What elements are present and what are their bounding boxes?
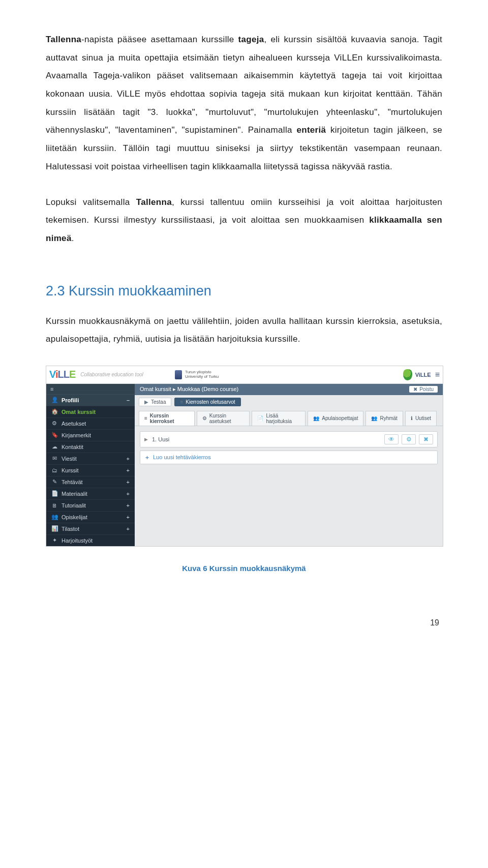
tab-row: ≡Kurssin kierrokset⚙Kurssin asetukset📄Li… (135, 409, 443, 426)
tab-icon: ⚙ (202, 415, 207, 421)
sidebar-item-label: Kurssit (62, 467, 79, 473)
sidebar-item[interactable]: 📄Materiaalit+ (46, 488, 135, 499)
add-round-label: Luo uusi tehtäväkierros (153, 454, 211, 460)
add-round-button[interactable]: ＋ Luo uusi tehtäväkierros (140, 451, 438, 464)
expand-plus-icon[interactable]: + (127, 467, 130, 473)
row-action-icon[interactable]: 👁 (384, 434, 399, 444)
sidebar-item[interactable]: 🏠Omat kurssit (46, 406, 135, 417)
sidebar-item-icon: ⚙ (51, 420, 57, 427)
close-icon: ✖ (413, 386, 417, 392)
tab[interactable]: ℹUutiset (405, 411, 437, 426)
tab[interactable]: 👥Apulaisopettajat (308, 411, 363, 426)
expand-plus-icon[interactable]: + (127, 514, 130, 520)
action-button[interactable]: ▶Testaa (139, 398, 171, 406)
exit-label: Poistu (419, 386, 434, 392)
sidebar: ≡👤Profiili–🏠Omat kurssit⚙Asetukset🔖Kirja… (46, 384, 135, 546)
round-row[interactable]: ▶ 1. Uusi 👁⚙✖ (140, 431, 438, 447)
ville-mark-text: ViLLE (415, 372, 431, 378)
sidebar-item-label: Profiili (62, 397, 79, 403)
ville-blob-icon (403, 369, 412, 380)
tab-label: Uutiset (415, 415, 431, 421)
action-buttons: ▶Testaa≡Kierrosten oletusarvot (135, 395, 443, 409)
sidebar-item-label: Opiskelijat (62, 514, 87, 520)
torch-icon (175, 370, 182, 379)
breadcrumb-bar: Omat kurssit ▸ Muokkaa (Demo course) ✖ P… (135, 384, 443, 395)
sidebar-item-label: Kontaktit (62, 444, 83, 450)
university-badge: Turun yliopisto University of Turku (175, 370, 219, 379)
ville-logo: ViLLE (49, 369, 75, 380)
expand-plus-icon[interactable]: + (127, 456, 130, 462)
sidebar-item-icon: 🏠 (51, 408, 57, 415)
content-area: ▶ 1. Uusi 👁⚙✖ ＋ Luo uusi tehtäväkierros (135, 426, 443, 469)
uni-line2: University of Turku (185, 375, 219, 379)
collapse-minus-icon[interactable]: – (127, 397, 130, 403)
sidebar-item[interactable]: ☁Kontaktit (46, 441, 135, 453)
sidebar-item[interactable]: 👤Profiili– (46, 394, 135, 406)
sidebar-item-label: Kirjanmerkit (62, 432, 91, 438)
expand-plus-icon[interactable]: + (127, 491, 130, 497)
button-icon: ▶ (144, 399, 148, 405)
sidebar-item-label: Tehtävät (62, 479, 83, 485)
sidebar-hamburger[interactable]: ≡ (46, 384, 135, 394)
tab-icon: 👥 (371, 415, 377, 421)
expand-icon[interactable]: ▶ (144, 437, 148, 442)
exit-button[interactable]: ✖ Poistu (409, 386, 438, 393)
row-action-icon[interactable]: ✖ (419, 434, 433, 444)
sidebar-item-label: Tilastot (62, 526, 79, 532)
shot-topbar: ViLLE Collaborative education tool Turun… (46, 366, 443, 384)
sidebar-item[interactable]: ⚙Asetukset (46, 417, 135, 429)
sidebar-item-icon: 🗎 (51, 502, 57, 508)
expand-plus-icon[interactable]: + (127, 502, 130, 508)
figure-caption: Kuva 6 Kurssin muokkausnäkymä (46, 564, 442, 573)
screenshot-ville-ui: ViLLE Collaborative education tool Turun… (46, 366, 443, 547)
round-title: 1. Uusi (152, 436, 169, 442)
sidebar-item-icon: 👥 (51, 514, 57, 520)
paragraph-1: Tallenna-napista pääsee asettamaan kurss… (46, 31, 442, 176)
sidebar-item-icon: ✉ (51, 455, 57, 462)
main-panel: Omat kurssit ▸ Muokkaa (Demo course) ✖ P… (135, 384, 443, 546)
menu-icon[interactable]: ≡ (435, 370, 440, 379)
button-label: Kierrosten oletusarvot (186, 399, 235, 405)
action-button[interactable]: ≡Kierrosten oletusarvot (174, 398, 240, 406)
sidebar-item[interactable]: 🔖Kirjanmerkit (46, 429, 135, 441)
tab-label: Apulaisopettajat (322, 415, 358, 421)
sidebar-item-icon: ✦ (51, 537, 57, 544)
tab-label: Lisää harjoituksia (266, 413, 300, 424)
row-action-icon[interactable]: ⚙ (402, 434, 416, 444)
sidebar-item-icon: 🔖 (51, 432, 57, 438)
paragraph-3: Kurssin muokkausnäkymä on jaettu välileh… (46, 312, 442, 348)
expand-plus-icon[interactable]: + (127, 479, 130, 485)
tab-icon: ≡ (144, 415, 147, 421)
tab-label: Kurssin kierrokset (150, 413, 189, 424)
sidebar-item[interactable]: ✉Viestit+ (46, 453, 135, 464)
sidebar-item[interactable]: 🗂Kurssit+ (46, 464, 135, 476)
sidebar-item[interactable]: ✦Harjoitustyöt (46, 534, 135, 546)
tab[interactable]: 👥Ryhmät (365, 411, 403, 426)
paragraph-2: Lopuksi valitsemalla Tallenna, kurssi ta… (46, 193, 442, 248)
document-page: Tallenna-napista pääsee asettamaan kurss… (0, 0, 488, 648)
sidebar-item-label: Omat kurssit (62, 409, 96, 415)
sidebar-item-icon: ✎ (51, 478, 57, 485)
tab[interactable]: ⚙Kurssin asetukset (197, 411, 250, 426)
sidebar-item-icon: 📊 (51, 525, 57, 532)
tab-label: Ryhmät (380, 415, 397, 421)
tab[interactable]: ≡Kurssin kierrokset (139, 411, 195, 426)
plus-icon: ＋ (144, 454, 150, 461)
expand-plus-icon[interactable]: + (127, 526, 130, 532)
button-label: Testaa (151, 399, 166, 405)
sidebar-item-label: Harjoitustyöt (62, 537, 93, 544)
tab-icon: ℹ (411, 415, 413, 421)
sidebar-item[interactable]: 🗎Tutoriaalit+ (46, 499, 135, 511)
button-icon: ≡ (180, 399, 183, 405)
sidebar-item[interactable]: 👥Opiskelijat+ (46, 511, 135, 523)
sidebar-item-icon: 📄 (51, 490, 57, 497)
sidebar-item-label: Tutoriaalit (62, 502, 86, 508)
sidebar-item[interactable]: 📊Tilastot+ (46, 523, 135, 534)
breadcrumb-text: Omat kurssit ▸ Muokkaa (Demo course) (140, 386, 238, 393)
tab[interactable]: 📄Lisää harjoituksia (252, 411, 306, 426)
sidebar-item-icon: 👤 (51, 397, 57, 403)
sidebar-item-label: Materiaalit (62, 491, 87, 497)
sidebar-item[interactable]: ✎Tehtävät+ (46, 476, 135, 488)
sidebar-item-label: Viestit (62, 456, 77, 462)
collab-text: Collaborative education tool (80, 372, 143, 377)
